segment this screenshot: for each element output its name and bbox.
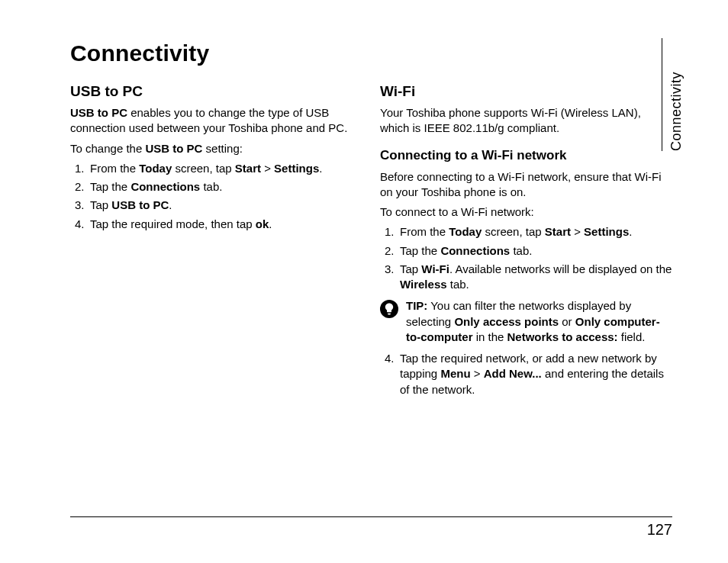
bold-text: Menu — [440, 367, 470, 380]
list-item: Tap the required mode, then tap ok. — [70, 217, 363, 232]
body-text: . — [629, 225, 632, 238]
wifi-ensure: Before connecting to a Wi-Fi network, en… — [380, 169, 673, 201]
page-title: Connectivity — [70, 38, 673, 69]
wifi-connect-lead: To connect to a Wi-Fi network: — [380, 204, 673, 220]
body-text: . Available networks will be displayed o… — [449, 262, 672, 275]
heading-wifi: Wi-Fi — [380, 82, 673, 101]
bold-text: Settings — [274, 162, 319, 175]
bold-text: Connections — [440, 244, 510, 257]
body-text: To change the — [70, 142, 145, 155]
bold-text: USB to PC — [145, 142, 202, 155]
body-text: Tap the required mode, then tap — [90, 217, 256, 230]
bold-text: Settings — [584, 225, 629, 238]
usb-steps: From the Today screen, tap Start > Setti… — [70, 161, 363, 232]
list-item: From the Today screen, tap Start > Setti… — [70, 161, 363, 176]
heading-usb-to-pc: USB to PC — [70, 82, 363, 101]
body-text: Tap the — [90, 180, 130, 193]
tip-text: TIP: You can filter the networks display… — [406, 298, 673, 345]
bold-text: Today — [449, 225, 482, 238]
usb-intro: USB to PC enables you to change the type… — [70, 105, 363, 137]
bold-text: Add New... — [484, 367, 542, 380]
body-text: tab. — [510, 244, 532, 257]
bold-text: Networks to access: — [507, 330, 618, 343]
bold-text: Today — [139, 162, 172, 175]
list-item: Tap the Connections tab. — [70, 179, 363, 195]
body-text: > — [261, 162, 274, 175]
left-column: USB to PC USB to PC enables you to chang… — [70, 82, 363, 401]
page-body: Connectivity USB to PC USB to PC enables… — [70, 38, 673, 519]
body-text: or — [559, 315, 575, 328]
body-text: setting: — [202, 142, 243, 155]
list-item: Tap USB to PC. — [70, 198, 363, 213]
side-label-text: Connectivity — [667, 72, 685, 151]
bold-text: USB to PC — [70, 106, 127, 119]
bold-text: Start — [235, 162, 261, 175]
bold-text: Wi-Fi — [421, 262, 449, 275]
usb-change-lead: To change the USB to PC setting: — [70, 141, 363, 156]
bold-text: ok — [256, 217, 269, 230]
bold-text: Start — [545, 225, 571, 238]
wifi-steps-1to3: From the Today screen, tap Start > Setti… — [380, 224, 673, 292]
lightbulb-icon — [380, 300, 398, 318]
side-section-label: Connectivity — [662, 38, 685, 151]
list-item: From the Today screen, tap Start > Setti… — [380, 224, 673, 240]
columns: USB to PC USB to PC enables you to chang… — [70, 82, 673, 401]
list-item: Tap Wi-Fi. Available networks will be di… — [380, 262, 673, 293]
body-text: From the — [90, 162, 139, 175]
bold-text: USB to PC — [111, 198, 169, 211]
body-text: tab. — [447, 278, 469, 291]
body-text: screen, tap — [482, 225, 545, 238]
body-text: Tap — [90, 198, 111, 211]
body-text: > — [571, 225, 584, 238]
bold-text: Wireless — [400, 278, 447, 291]
body-text: . — [319, 162, 322, 175]
wifi-steps-4: Tap the required network, or add a new n… — [380, 351, 673, 397]
list-item: Tap the required network, or add a new n… — [380, 351, 673, 397]
body-text: > — [471, 367, 484, 380]
body-text: field. — [618, 330, 646, 343]
body-text: screen, tap — [172, 162, 235, 175]
body-text: From the — [400, 225, 449, 238]
body-text: in the — [473, 330, 507, 343]
bold-text: TIP: — [406, 299, 427, 312]
bold-text: Connections — [130, 180, 200, 193]
body-text: . — [269, 217, 272, 230]
body-text: Tap — [400, 262, 421, 275]
wifi-intro: Your Toshiba phone supports Wi-Fi (Wirel… — [380, 105, 673, 137]
body-text: tab. — [200, 180, 222, 193]
footer-rule — [70, 516, 672, 517]
tip-block: TIP: You can filter the networks display… — [380, 298, 673, 345]
body-text: . — [169, 198, 172, 211]
list-item: Tap the Connections tab. — [380, 243, 673, 259]
right-column: Wi-Fi Your Toshiba phone supports Wi-Fi … — [380, 82, 673, 401]
heading-connecting-wifi: Connecting to a Wi-Fi network — [380, 147, 673, 165]
bold-text: Only access points — [454, 315, 559, 328]
body-text: Tap the — [400, 244, 440, 257]
page-number: 127 — [647, 520, 672, 540]
